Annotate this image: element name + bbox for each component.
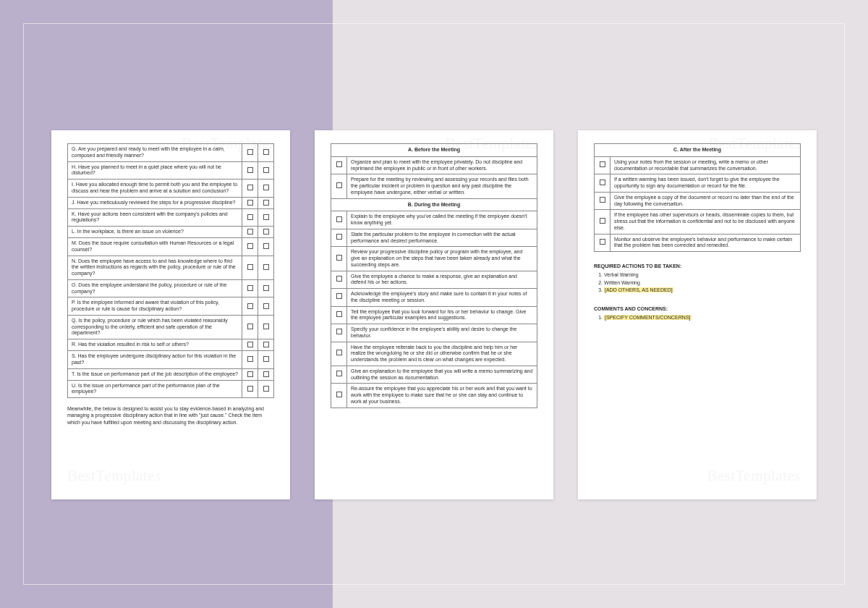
table-row: Q. Is the policy, procedure or rule whic… [68, 315, 274, 339]
table-row: Monitor and observe the employee's behav… [595, 234, 801, 252]
list-item: [SPECIFY COMMENTS/CONCERNS] [604, 314, 801, 322]
checkbox-cell[interactable] [242, 315, 258, 339]
question-cell: L. In the workplace, is there an issue o… [68, 227, 242, 238]
table-row: Give an explanation to the employee that… [331, 366, 537, 384]
section-header-row: A. Before the Meeting [331, 144, 537, 157]
checkbox-icon [247, 371, 253, 377]
checkbox-cell[interactable] [331, 289, 347, 307]
item-cell: If the employee has other supervisors or… [610, 210, 801, 234]
checkbox-icon [247, 185, 253, 190]
checkbox-cell[interactable] [258, 279, 274, 297]
table-row: Tell the employee that you look forward … [331, 306, 537, 324]
checkbox-icon [247, 214, 253, 220]
checkbox-cell[interactable] [258, 315, 274, 339]
checkbox-icon [263, 200, 269, 206]
checkbox-cell[interactable] [242, 380, 258, 398]
table-row: Explain to the employee why you've calle… [331, 211, 537, 229]
table-row: Prepare for the meeting by reviewing and… [331, 174, 537, 198]
table-row: I. Have you allocated enough time to per… [68, 180, 274, 198]
checkbox-cell[interactable] [595, 234, 610, 252]
question-cell: O. Does the employee understand the poli… [68, 279, 242, 297]
checkbox-cell[interactable] [258, 339, 274, 351]
checkbox-icon [336, 161, 342, 167]
checkbox-icon [247, 264, 253, 270]
checkbox-cell[interactable] [331, 384, 347, 408]
checkbox-icon [336, 350, 342, 355]
checkbox-cell[interactable] [595, 192, 610, 210]
checkbox-cell[interactable] [242, 197, 258, 208]
checkbox-cell[interactable] [242, 238, 258, 256]
checkbox-cell[interactable] [331, 156, 347, 174]
table-row: Organize and plan to meet with the emplo… [331, 156, 537, 174]
checkbox-cell[interactable] [258, 227, 274, 238]
checkbox-cell[interactable] [242, 297, 258, 316]
item-cell: Tell the employee that you look forward … [347, 306, 537, 324]
checkbox-cell[interactable] [595, 174, 610, 193]
item-cell: Have the employee reiterate back to you … [347, 342, 537, 366]
question-cell: M. Does the issue require consultation w… [68, 238, 242, 256]
checkbox-cell[interactable] [242, 208, 258, 227]
question-cell: T. Is the issue on performance part of t… [68, 368, 242, 380]
checkbox-cell[interactable] [242, 351, 258, 369]
table-row: P. Is the employee informed and aware th… [68, 297, 274, 316]
checkbox-cell[interactable] [242, 279, 258, 297]
checkbox-icon [600, 218, 605, 224]
checkbox-cell[interactable] [242, 256, 258, 279]
checkbox-icon [263, 303, 269, 309]
checkbox-cell[interactable] [258, 238, 274, 256]
after-meeting-checklist: C. After the MeetingUsing your notes fro… [594, 143, 801, 252]
checkbox-cell[interactable] [258, 256, 274, 279]
item-cell: Give an explanation to the employee that… [347, 366, 537, 384]
checkbox-cell[interactable] [242, 368, 258, 380]
checkbox-cell[interactable] [258, 161, 274, 180]
checkbox-cell[interactable] [331, 174, 347, 198]
checkbox-cell[interactable] [258, 208, 274, 227]
checkbox-cell[interactable] [258, 197, 274, 208]
checkbox-icon [263, 356, 269, 362]
checkbox-icon [247, 200, 253, 206]
checkbox-cell[interactable] [258, 297, 274, 316]
question-cell: G. Are you prepared and ready to meet wi… [68, 144, 242, 162]
footnote: Meanwhile, the below is designed to assi… [67, 405, 274, 426]
checkbox-cell[interactable] [258, 144, 274, 162]
checkbox-cell[interactable] [331, 229, 347, 247]
checkbox-icon [263, 324, 269, 329]
checkbox-cell[interactable] [258, 368, 274, 380]
checkbox-icon [336, 276, 342, 282]
checkbox-cell[interactable] [258, 180, 274, 198]
list-item: [ADD OTHERS, AS NEEDED] [604, 287, 801, 295]
checkbox-cell[interactable] [242, 227, 258, 238]
checkbox-cell[interactable] [595, 156, 610, 174]
checkbox-cell[interactable] [242, 180, 258, 198]
item-cell: Monitor and observe the employee's behav… [610, 234, 801, 252]
item-cell: Explain to the employee why you've calle… [347, 211, 537, 229]
checkbox-icon [336, 293, 342, 299]
checkbox-cell[interactable] [242, 161, 258, 180]
table-row: L. In the workplace, is there an issue o… [68, 227, 274, 238]
checkbox-cell[interactable] [331, 306, 347, 324]
checkbox-cell[interactable] [258, 380, 274, 398]
checkbox-cell[interactable] [242, 144, 258, 162]
checkbox-cell[interactable] [258, 351, 274, 369]
page-2: BestTemplates A. Before the MeetingOrgan… [315, 130, 553, 499]
table-row: O. Does the employee understand the poli… [68, 279, 274, 297]
table-row: If a written warning has been issued, do… [595, 174, 801, 193]
checkbox-cell[interactable] [331, 271, 347, 289]
checkbox-cell[interactable] [331, 211, 347, 229]
checkbox-cell[interactable] [331, 342, 347, 366]
question-cell: Q. Is the policy, procedure or rule whic… [68, 315, 242, 339]
checkbox-icon [263, 149, 269, 155]
section-title: A. Before the Meeting [331, 144, 537, 157]
section-title: B. During the Meeting [331, 198, 537, 211]
checkbox-icon [247, 356, 253, 362]
table-row: G. Are you prepared and ready to meet wi… [68, 144, 274, 162]
checkbox-cell[interactable] [331, 324, 347, 342]
checkbox-cell[interactable] [242, 339, 258, 351]
item-cell: Review your progressive discipline polic… [347, 247, 537, 271]
checkbox-icon [263, 342, 269, 347]
checkbox-icon [263, 185, 269, 190]
checkbox-cell[interactable] [331, 247, 347, 271]
checkbox-cell[interactable] [331, 366, 347, 384]
checkbox-cell[interactable] [595, 210, 610, 234]
question-cell: K. Have your actions been consistent wit… [68, 208, 242, 227]
